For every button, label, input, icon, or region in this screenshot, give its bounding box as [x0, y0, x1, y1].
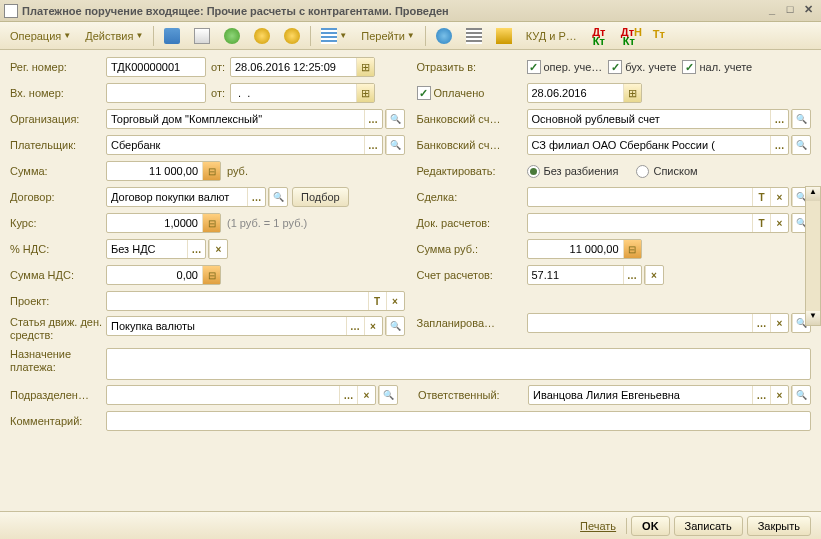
ellipsis-icon[interactable]: [364, 110, 382, 128]
dept-search[interactable]: [378, 385, 398, 405]
dept-field[interactable]: [106, 385, 376, 405]
calendar-icon[interactable]: [356, 58, 374, 76]
ellipsis-icon[interactable]: [752, 314, 770, 332]
reg-date-field[interactable]: [230, 57, 375, 77]
deal-field[interactable]: [527, 187, 790, 207]
purpose-field[interactable]: [106, 348, 811, 380]
oper-checkbox[interactable]: [527, 60, 541, 74]
goto-menu[interactable]: Перейти▼: [355, 25, 421, 47]
dtkt-button[interactable]: ДтКт: [585, 25, 613, 47]
unpost-icon-button[interactable]: [278, 25, 306, 47]
clear-icon[interactable]: [770, 386, 788, 404]
org-field[interactable]: [106, 109, 383, 129]
calculator-icon[interactable]: [202, 266, 220, 284]
org-search[interactable]: [385, 109, 405, 129]
comment-field[interactable]: [106, 411, 811, 431]
ellipsis-icon[interactable]: [364, 136, 382, 154]
planned-field[interactable]: [527, 313, 790, 333]
bank-acc2-search[interactable]: [791, 135, 811, 155]
bank-acc-field[interactable]: [527, 109, 790, 129]
paid-date-field[interactable]: [527, 83, 642, 103]
scrollbar[interactable]: ▲▼: [805, 186, 821, 326]
acc-clear[interactable]: [644, 265, 664, 285]
text-icon[interactable]: [752, 214, 770, 232]
radio-no-split[interactable]: [527, 165, 540, 178]
nal-checkbox[interactable]: [682, 60, 696, 74]
sum-field[interactable]: [106, 161, 221, 181]
settledoc-field[interactable]: [527, 213, 790, 233]
clear-icon[interactable]: [364, 317, 382, 335]
rate-field[interactable]: [106, 213, 221, 233]
list-icon-button[interactable]: [460, 25, 488, 47]
operation-menu[interactable]: Операция▼: [4, 25, 77, 47]
ellipsis-icon[interactable]: [752, 386, 770, 404]
paid-checkbox[interactable]: [417, 86, 431, 100]
post-icon-button[interactable]: [248, 25, 276, 47]
vat-pct-clear[interactable]: [208, 239, 228, 259]
ok-button[interactable]: OK: [631, 516, 670, 536]
calendar-icon[interactable]: [356, 84, 374, 102]
buh-checkbox[interactable]: [608, 60, 622, 74]
copy-icon-button[interactable]: [188, 25, 216, 47]
ellipsis-icon[interactable]: [247, 188, 265, 206]
search-icon[interactable]: [269, 188, 287, 206]
print-link[interactable]: Печать: [574, 520, 622, 532]
dtkt2-button[interactable]: ДтНКт: [615, 25, 643, 47]
clear-icon[interactable]: [645, 266, 663, 284]
minimize-button[interactable]: _: [763, 3, 781, 19]
clear-icon[interactable]: [770, 188, 788, 206]
ellipsis-icon[interactable]: [346, 317, 364, 335]
maximize-button[interactable]: □: [781, 3, 799, 19]
text-icon[interactable]: [368, 292, 386, 310]
bank-acc-search[interactable]: [791, 109, 811, 129]
clear-icon[interactable]: [770, 314, 788, 332]
refresh-icon-button[interactable]: [218, 25, 246, 47]
contract-field[interactable]: [106, 187, 266, 207]
in-date-field[interactable]: [230, 83, 375, 103]
clear-icon[interactable]: [209, 240, 227, 258]
ellipsis-icon[interactable]: [770, 110, 788, 128]
search-icon[interactable]: [386, 317, 404, 335]
vat-sum-field[interactable]: [106, 265, 221, 285]
actions-menu[interactable]: Действия▼: [79, 25, 149, 47]
vat-pct-field[interactable]: [106, 239, 206, 259]
save-icon-button[interactable]: [158, 25, 186, 47]
search-icon[interactable]: [386, 136, 404, 154]
resp-search[interactable]: [791, 385, 811, 405]
clear-icon[interactable]: [386, 292, 404, 310]
tree-icon-button[interactable]: [490, 25, 518, 47]
resp-field[interactable]: [528, 385, 789, 405]
ellipsis-icon[interactable]: [339, 386, 357, 404]
calculator-icon[interactable]: [202, 162, 220, 180]
clear-icon[interactable]: [770, 214, 788, 232]
calendar-icon[interactable]: [623, 84, 641, 102]
reg-num-field[interactable]: [106, 57, 206, 77]
calculator-icon[interactable]: [202, 214, 220, 232]
acc-field[interactable]: [527, 265, 642, 285]
close-button[interactable]: ✕: [799, 3, 817, 19]
project-field[interactable]: [106, 291, 405, 311]
bank-acc2-field[interactable]: [527, 135, 790, 155]
payer-search[interactable]: [385, 135, 405, 155]
podbor-button[interactable]: Подбор: [292, 187, 349, 207]
clear-icon[interactable]: [357, 386, 375, 404]
ellipsis-icon[interactable]: [770, 136, 788, 154]
save-button[interactable]: Записать: [674, 516, 743, 536]
kudir-button[interactable]: КУД и Р…: [520, 25, 583, 47]
contract-search[interactable]: [268, 187, 288, 207]
in-num-field[interactable]: [106, 83, 206, 103]
text-icon[interactable]: [752, 188, 770, 206]
cashflow-search[interactable]: [385, 316, 405, 336]
ellipsis-icon[interactable]: [623, 266, 641, 284]
radio-list[interactable]: [636, 165, 649, 178]
payer-field[interactable]: [106, 135, 383, 155]
search-icon[interactable]: [792, 110, 810, 128]
structure-icon-button[interactable]: ▼: [315, 25, 353, 47]
search-icon[interactable]: [792, 136, 810, 154]
text-icon-button[interactable]: Тт: [645, 25, 673, 47]
cashflow-field[interactable]: [106, 316, 383, 336]
search-icon[interactable]: [386, 110, 404, 128]
ellipsis-icon[interactable]: [187, 240, 205, 258]
close-button[interactable]: Закрыть: [747, 516, 811, 536]
help-icon-button[interactable]: [430, 25, 458, 47]
